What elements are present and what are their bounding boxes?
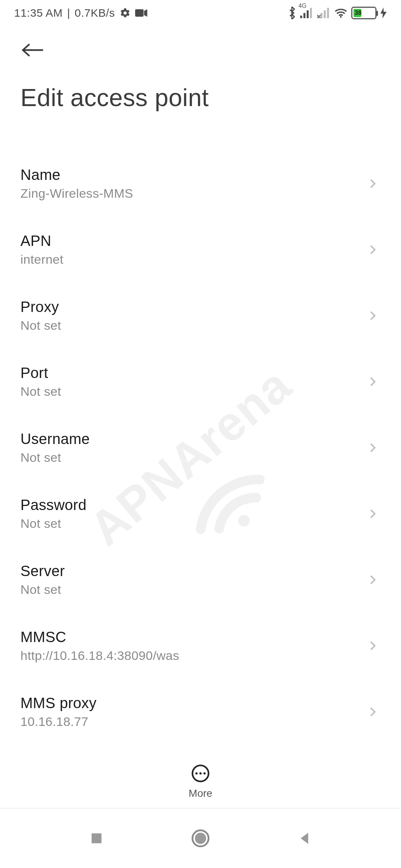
svg-point-14 <box>199 772 202 774</box>
settings-value: Not set <box>20 516 367 531</box>
settings-value: internet <box>20 252 367 267</box>
svg-rect-7 <box>324 10 326 18</box>
camera-icon <box>135 9 148 17</box>
charging-icon <box>380 7 387 19</box>
settings-item-port[interactable]: Port Not set <box>20 349 381 415</box>
square-icon <box>89 831 104 846</box>
status-netspeed: 0.7KB/s <box>75 7 115 19</box>
chevron-right-icon <box>367 508 379 520</box>
chevron-right-icon <box>367 244 379 256</box>
chevron-right-icon <box>367 442 379 454</box>
svg-rect-1 <box>300 16 302 18</box>
settings-item-name[interactable]: Name Zing-Wireless-MMS <box>20 151 381 217</box>
svg-point-9 <box>340 16 342 18</box>
svg-rect-4 <box>310 8 312 18</box>
status-left: 11:35 AM | 0.7KB/s <box>14 7 148 19</box>
svg-rect-0 <box>135 9 144 17</box>
circle-icon <box>191 829 210 848</box>
battery-level: 38 <box>355 9 362 17</box>
settings-value: http://10.16.18.4:38090/was <box>20 648 367 663</box>
settings-value: Zing-Wireless-MMS <box>20 186 367 201</box>
chevron-right-icon <box>367 706 379 718</box>
gear-icon <box>120 7 131 19</box>
svg-rect-6 <box>320 13 322 18</box>
bluetooth-icon <box>287 7 296 19</box>
settings-item-username[interactable]: Username Not set <box>20 415 381 481</box>
svg-point-13 <box>195 772 198 774</box>
chevron-right-icon <box>367 640 379 652</box>
signal-4g-label: 4G <box>299 3 306 9</box>
status-time: 11:35 AM <box>14 7 63 19</box>
settings-item-password[interactable]: Password Not set <box>20 481 381 547</box>
settings-value: 10.16.18.77 <box>20 714 367 729</box>
settings-label: Name <box>20 167 367 183</box>
nav-recent-button[interactable] <box>85 827 108 849</box>
settings-value: Not set <box>20 582 367 597</box>
battery-icon: 38 <box>351 7 376 19</box>
settings-item-mmsc[interactable]: MMSC http://10.16.18.4:38090/was <box>20 613 381 679</box>
header: Edit access point <box>0 26 401 115</box>
settings-label: MMS proxy <box>20 695 367 711</box>
settings-value: Not set <box>20 450 367 465</box>
page-title: Edit access point <box>20 83 381 112</box>
chevron-right-icon <box>367 376 379 388</box>
wifi-icon <box>334 8 348 18</box>
svg-rect-3 <box>307 10 309 18</box>
status-right: 4G 38 <box>287 7 387 19</box>
more-icon <box>191 764 210 783</box>
settings-label: MMSC <box>20 629 367 645</box>
settings-value: Not set <box>20 318 367 333</box>
settings-label: Port <box>20 365 367 381</box>
svg-rect-2 <box>303 13 305 18</box>
chevron-right-icon <box>367 178 379 190</box>
status-bar: 11:35 AM | 0.7KB/s 4G 38 <box>0 0 401 26</box>
chevron-right-icon <box>367 310 379 322</box>
status-sep: | <box>67 7 70 19</box>
settings-label: Username <box>20 431 367 447</box>
settings-item-server[interactable]: Server Not set <box>20 547 381 613</box>
chevron-right-icon <box>367 574 379 586</box>
triangle-left-icon <box>297 831 312 846</box>
svg-rect-16 <box>92 834 102 844</box>
signal-nosim-icon <box>317 8 330 18</box>
settings-list: Name Zing-Wireless-MMS APN internet Prox… <box>0 151 401 792</box>
settings-item-mms-proxy[interactable]: MMS proxy 10.16.18.77 <box>20 679 381 745</box>
more-label: More <box>189 788 212 799</box>
svg-point-18 <box>195 833 206 844</box>
bottom-toolbar: More <box>0 757 401 809</box>
nav-home-button[interactable] <box>189 827 212 849</box>
settings-label: Server <box>20 563 367 579</box>
settings-value: Not set <box>20 384 367 399</box>
more-button[interactable]: More <box>189 764 212 799</box>
signal-4g-icon: 4G <box>300 8 313 18</box>
nav-back-button[interactable] <box>293 827 316 849</box>
navigation-bar <box>0 809 401 868</box>
arrow-left-icon <box>20 43 45 57</box>
svg-point-15 <box>203 772 206 774</box>
back-button[interactable] <box>20 37 46 63</box>
settings-item-proxy[interactable]: Proxy Not set <box>20 283 381 349</box>
settings-item-apn[interactable]: APN internet <box>20 217 381 283</box>
settings-label: Proxy <box>20 299 367 315</box>
settings-label: APN <box>20 233 367 249</box>
settings-label: Password <box>20 497 367 513</box>
svg-rect-8 <box>327 8 329 18</box>
